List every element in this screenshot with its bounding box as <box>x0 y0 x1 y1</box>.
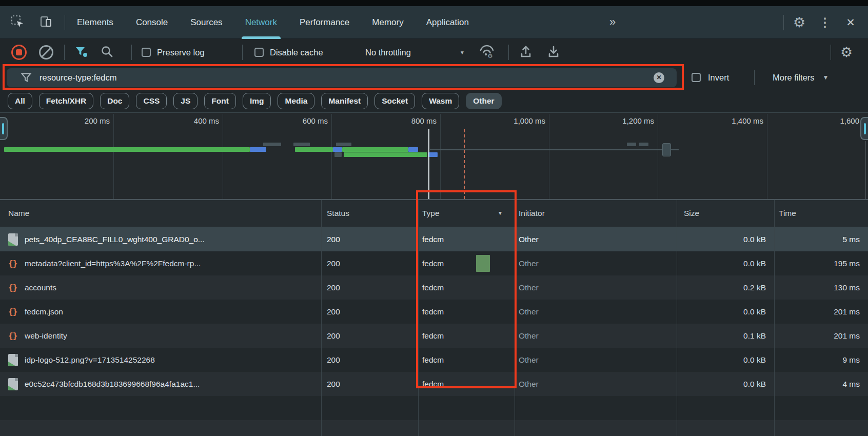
invert-checkbox[interactable]: Invert <box>692 66 729 89</box>
inspect-element-button[interactable] <box>7 12 28 33</box>
filter-chip-font[interactable]: Font <box>204 93 236 109</box>
filter-toggle-button[interactable] <box>74 39 88 66</box>
device-toolbar-button[interactable] <box>36 12 56 33</box>
grip-handle-icon <box>2 123 4 134</box>
throttling-dropdown-caret[interactable]: ▼ <box>460 39 465 66</box>
waterfall-bar-gray <box>263 143 281 146</box>
column-divider[interactable] <box>321 200 322 436</box>
wifi-gear-icon: ⚙ <box>478 44 496 61</box>
tab-network[interactable]: Network <box>234 6 288 39</box>
preserve-log-checkbox[interactable]: Preserve log <box>142 39 205 66</box>
request-name: pets_40dp_CEA8BC_FILL0_wght400_GRAD0_o..… <box>25 227 205 251</box>
timeline-tick-label: 1,000 ms <box>514 115 545 127</box>
tab-strip: ElementsConsoleSourcesNetworkPerformance… <box>66 6 480 39</box>
resource-type-filter-row: AllFetch/XHRDocCSSJSFontImgMediaManifest… <box>0 89 868 113</box>
close-devtools-button[interactable]: ✕ <box>840 12 861 33</box>
request-size: 0.0 kB <box>743 251 766 275</box>
overview-left-grip[interactable] <box>0 117 8 140</box>
request-time: 201 ms <box>834 300 860 324</box>
waterfall-bar-line <box>430 149 663 150</box>
request-status: 200 <box>327 275 340 300</box>
waterfall-bar-gray <box>293 143 310 146</box>
clear-icon <box>39 45 53 60</box>
column-divider[interactable] <box>677 200 677 436</box>
domcontentloaded-marker <box>428 129 429 199</box>
waterfall-bar-blue <box>333 147 342 152</box>
throttling-value: No throttling <box>365 48 411 57</box>
request-status: 200 <box>327 300 340 324</box>
filter-chip-css[interactable]: CSS <box>136 93 167 109</box>
waterfall-bar-handle <box>662 143 671 156</box>
tab-performance[interactable]: Performance <box>288 6 361 39</box>
request-status: 200 <box>327 324 340 348</box>
column-header-name[interactable]: Name <box>8 200 29 227</box>
device-toolbar-icon <box>40 15 53 30</box>
request-initiator: Other <box>519 227 539 251</box>
network-overview-timeline[interactable]: 200 ms400 ms600 ms800 ms1,000 ms1,200 ms… <box>0 113 868 200</box>
tab-console[interactable]: Console <box>125 6 179 39</box>
filter-chip-doc[interactable]: Doc <box>100 93 129 109</box>
filter-chip-other[interactable]: Other <box>466 93 501 109</box>
chevron-down-icon: ▼ <box>823 74 829 81</box>
overview-right-grip[interactable] <box>860 117 868 140</box>
filter-chip-fetchxhr[interactable]: Fetch/XHR <box>39 93 93 109</box>
settings-button[interactable]: ⚙ <box>789 12 810 33</box>
checkbox-icon <box>692 73 701 82</box>
request-size: 0.2 kB <box>743 275 766 300</box>
filter-chip-manifest[interactable]: Manifest <box>321 93 368 109</box>
menu-button[interactable]: ⋮ <box>815 12 835 33</box>
disable-cache-label: Disable cache <box>270 48 323 57</box>
record-network-log-button[interactable] <box>11 39 27 66</box>
network-conditions-button[interactable]: ⚙ <box>478 39 496 66</box>
json-file-icon: {} <box>8 282 21 293</box>
export-har-button[interactable] <box>547 39 560 66</box>
waterfall-bar-gray <box>334 152 342 157</box>
filter-chip-js[interactable]: JS <box>173 93 198 109</box>
timeline-tick-label: 200 ms <box>85 115 110 127</box>
column-header-initiator[interactable]: Initiator <box>519 200 545 227</box>
funnel-icon <box>74 45 88 61</box>
tab-elements[interactable]: Elements <box>66 6 125 39</box>
timeline-gridline <box>331 114 332 199</box>
search-icon <box>101 45 113 60</box>
tab-memory[interactable]: Memory <box>361 6 415 39</box>
tab-application[interactable]: Application <box>415 6 480 39</box>
filter-chip-media[interactable]: Media <box>278 93 314 109</box>
waterfall-bar-green <box>342 147 408 152</box>
filter-chip-socket[interactable]: Socket <box>374 93 415 109</box>
kebab-menu-icon: ⋮ <box>819 15 831 30</box>
filter-chip-img[interactable]: Img <box>243 93 271 109</box>
clear-network-log-button[interactable] <box>39 39 53 66</box>
disable-cache-checkbox[interactable]: Disable cache <box>254 39 323 66</box>
request-time: 4 ms <box>842 372 860 396</box>
filter-chip-all[interactable]: All <box>8 93 32 109</box>
filter-chip-wasm[interactable]: Wasm <box>422 93 459 109</box>
request-status: 200 <box>327 372 340 396</box>
devtools-tab-bar: ElementsConsoleSourcesNetworkPerformance… <box>0 6 868 39</box>
request-time: 130 ms <box>834 275 860 300</box>
json-file-icon: {} <box>8 306 21 318</box>
more-filters-label: More filters <box>773 73 815 83</box>
toolbar-divider <box>131 45 132 60</box>
toolbar-divider <box>242 45 243 60</box>
request-time: 201 ms <box>834 324 860 348</box>
column-header-time[interactable]: Time <box>779 200 796 227</box>
waterfall-bar-gray <box>336 143 351 146</box>
column-divider[interactable] <box>774 200 775 436</box>
waterfall-bar-green <box>4 147 250 152</box>
column-header-status[interactable]: Status <box>327 200 349 227</box>
import-har-button[interactable] <box>519 39 532 66</box>
throttling-dropdown[interactable]: No throttling <box>365 39 411 66</box>
gear-icon: ⚙ <box>840 44 853 61</box>
request-name: accounts <box>25 275 56 300</box>
tab-sources[interactable]: Sources <box>179 6 233 39</box>
network-settings-button[interactable]: ⚙ <box>840 39 853 66</box>
more-tabs-button[interactable]: » <box>609 6 615 39</box>
download-icon <box>547 45 560 61</box>
column-header-size[interactable]: Size <box>684 200 699 227</box>
search-button[interactable] <box>101 39 113 66</box>
request-time: 5 ms <box>842 227 860 251</box>
more-filters-dropdown[interactable]: More filters ▼ <box>773 66 829 89</box>
type-column-annotation-box <box>416 190 517 388</box>
image-file-icon <box>8 233 18 246</box>
